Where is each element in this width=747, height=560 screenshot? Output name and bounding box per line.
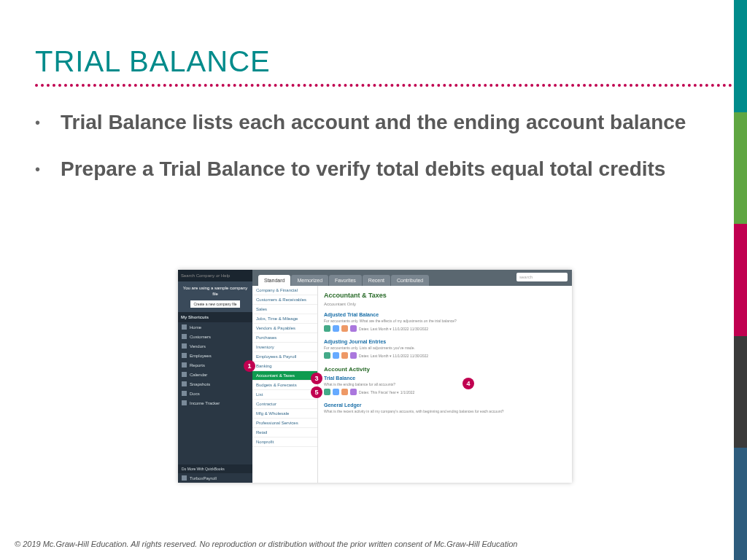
sample-msg: You are using a sample company file [182, 286, 248, 298]
create-company-button[interactable]: Create a new company file [190, 300, 239, 308]
report-desc: What is the ending balance for all accou… [324, 382, 566, 386]
stripe-red [734, 224, 747, 336]
cat-mfg[interactable]: Mfg & Wholesale [252, 409, 317, 419]
fave-icon[interactable] [341, 325, 348, 332]
stripe-green [734, 112, 747, 225]
report-body: Company & Financial Customers & Receivab… [252, 286, 572, 483]
tab-search[interactable]: search [516, 273, 568, 281]
report-label: Trial Balance [324, 376, 355, 381]
sidebar-item-home[interactable]: Home [178, 322, 252, 332]
report-item: Trial Balance 3 What is the ending balan… [324, 376, 566, 395]
content-area: • Trial Balance lists each account and t… [35, 109, 712, 203]
cat-inventory[interactable]: Inventory [252, 343, 317, 352]
cat-vendors[interactable]: Vendors & Payables [252, 324, 317, 333]
sidebar-item-snapshots[interactable]: Snapshots [178, 379, 252, 389]
report-controls: Dates: Last Month ▾ 11/1/2022 11/30/2022 [324, 325, 566, 332]
tab-recent[interactable]: Recent [363, 275, 390, 286]
cat-sales[interactable]: Sales [252, 305, 317, 314]
calendar-icon [182, 372, 187, 377]
sidebar-item-label: Employees [190, 354, 212, 358]
report-controls: Dates: This Fiscal Year ▾ 1/1/2022 5 4 [324, 389, 566, 395]
sidebar-item-label: Customers [190, 335, 211, 339]
cat-banking[interactable]: Banking [252, 362, 317, 371]
info-icon[interactable] [333, 325, 339, 332]
panel-title: Accountant & Taxes [324, 292, 566, 299]
search-label: search [519, 275, 533, 279]
bullet-item: • Trial Balance lists each account and t… [35, 109, 712, 136]
report-desc: For accountants only. Lists all adjustme… [324, 346, 566, 350]
report-name[interactable]: General Ledger [324, 402, 566, 408]
tab-memorized[interactable]: Memorized [291, 275, 328, 286]
help-icon[interactable] [350, 352, 357, 359]
cat-accountant[interactable]: Accountant & Taxes [252, 371, 317, 381]
tab-favorites[interactable]: Favorites [329, 275, 362, 286]
sidebar-item-customers[interactable]: Customers [178, 332, 252, 341]
sidebar-item-reports[interactable]: Reports 1 [178, 360, 252, 370]
bullet-text: Trial Balance lists each account and the… [61, 109, 686, 136]
cat-company[interactable]: Company & Financial [252, 286, 317, 295]
sidebar: Search Company or Help You are using a s… [178, 270, 252, 483]
cat-nonprofit[interactable]: Nonprofit [252, 438, 317, 447]
search-input[interactable]: Search Company or Help [178, 270, 252, 281]
sidebar-item-vendors[interactable]: Vendors [178, 341, 252, 351]
callout-1: 1 [244, 360, 255, 372]
tab-contributed[interactable]: Contributed [391, 275, 429, 286]
sidebar-item-label: TurboxPayroll [190, 476, 217, 481]
money-icon [182, 400, 187, 405]
sidebar-item-label: Reports [190, 363, 205, 368]
report-detail: Accountant & Taxes Accountant Only Adjus… [318, 286, 572, 483]
cat-budgets[interactable]: Budgets & Forecasts [252, 381, 317, 390]
people-icon [182, 334, 187, 339]
cat-jobs[interactable]: Jobs, Time & Mileage [252, 314, 317, 324]
section-heading: Account Activity [324, 366, 566, 373]
help-icon[interactable] [350, 325, 357, 332]
tab-standard[interactable]: Standard [258, 275, 290, 286]
report-name[interactable]: Adjusted Trial Balance [324, 312, 566, 317]
cat-customers[interactable]: Customers & Receivables [252, 295, 317, 305]
sidebar-item-docs[interactable]: Docs [178, 389, 252, 398]
cat-employees[interactable]: Employees & Payroll [252, 352, 317, 362]
cat-purchases[interactable]: Purchases [252, 333, 317, 343]
cat-prof[interactable]: Professional Services [252, 419, 317, 428]
callout-4: 4 [462, 378, 474, 389]
slide: TRIAL BALANCE • Trial Balance lists each… [0, 0, 747, 560]
badge-icon [182, 353, 187, 358]
sidebar-item-app[interactable]: TurboxPayroll [178, 473, 252, 483]
report-item: Adjusted Trial Balance For accountants o… [324, 312, 566, 332]
cat-retail[interactable]: Retail [252, 428, 317, 438]
cat-list[interactable]: List [252, 390, 317, 400]
do-more-header: Do More With QuickBooks [178, 464, 252, 473]
cat-contractor[interactable]: Contractor [252, 400, 317, 409]
report-desc: What is the recent activity in all my co… [324, 409, 566, 413]
stripe-teal [734, 0, 747, 112]
camera-icon [182, 381, 187, 386]
report-name[interactable]: Adjusting Journal Entries [324, 339, 566, 344]
home-icon [182, 324, 187, 330]
shortcuts-header: My Shortcuts [178, 312, 252, 322]
fave-icon[interactable] [341, 389, 348, 395]
bullet-text: Prepare a Trial Balance to verify total … [61, 156, 665, 182]
run-icon[interactable] [324, 352, 330, 359]
panel-subtitle: Accountant Only [324, 302, 566, 306]
app-icon [182, 475, 187, 481]
fave-icon[interactable] [341, 352, 348, 359]
report-name-trial-balance[interactable]: Trial Balance 3 [324, 376, 566, 381]
date-range: Dates: Last Month ▾ 11/1/2022 11/30/2022 [359, 354, 428, 358]
bullet-dot: • [35, 156, 40, 182]
help-icon[interactable] [350, 389, 357, 395]
info-icon[interactable] [333, 352, 339, 359]
sidebar-item-employees[interactable]: Employees [178, 351, 252, 360]
info-icon[interactable] [333, 389, 339, 395]
title-divider [35, 84, 732, 87]
report-center: Standard Memorized Favorites Recent Cont… [252, 270, 572, 483]
category-list: Company & Financial Customers & Receivab… [252, 286, 318, 483]
sidebar-item-label: Home [190, 325, 201, 330]
run-icon[interactable] [324, 389, 330, 395]
run-icon[interactable] [324, 325, 330, 332]
sidebar-item-income[interactable]: Income Tracker [178, 398, 252, 408]
sidebar-item-label: Income Tracker [190, 401, 220, 405]
sidebar-item-calendar[interactable]: Calendar [178, 370, 252, 379]
stripe-dark [734, 336, 747, 448]
stripe-blue [734, 448, 747, 560]
search-placeholder: Search Company or Help [181, 273, 230, 278]
